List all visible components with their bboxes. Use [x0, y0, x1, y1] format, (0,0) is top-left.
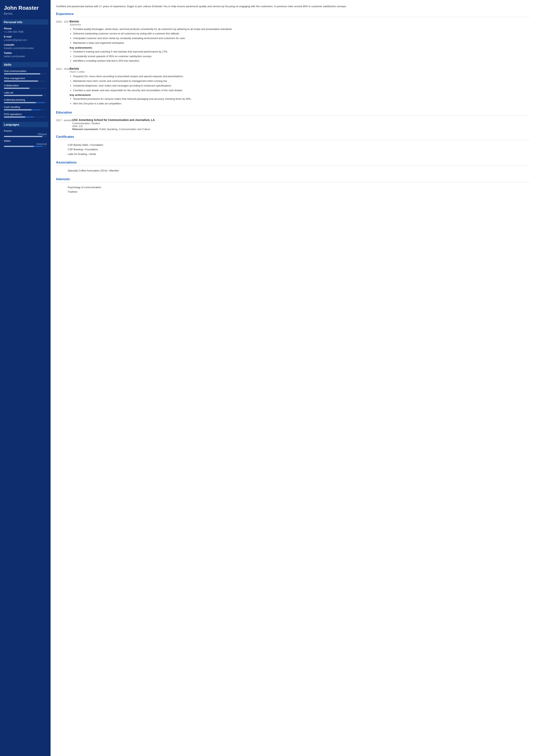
info-label: E-mail: [4, 35, 47, 38]
language-bar-bg: [4, 136, 47, 137]
skill-bar-fill: [4, 73, 40, 74]
skill-bar-fill: [4, 80, 38, 82]
sidebar: John Roaster Barista Personal Info Phone…: [0, 0, 51, 756]
language-bar-fill: [4, 146, 34, 147]
list-item: Prepared 20+ menu items according to pre…: [73, 74, 529, 79]
experience-bullets: Prepared 20+ menu items according to pre…: [70, 74, 529, 92]
skill-bar-bg: [4, 109, 47, 110]
experience-company: Peet's Coffee: [70, 70, 529, 73]
skill-name: Oral communication: [4, 69, 47, 72]
language-level: Bilingual: [4, 133, 47, 135]
certificates-section: Certificates CSP Barista Skills—Foundati…: [56, 135, 529, 156]
personal-info-section: Personal Info Phone+1-299-456-7888E-mail…: [4, 19, 47, 58]
sidebar-job-title: Barista: [4, 12, 47, 15]
skills-heading: Skills: [2, 62, 48, 67]
experience-content: BaristaStarbucksProvided quality beverag…: [70, 20, 529, 64]
skill-bar-bg: [4, 88, 47, 89]
education-dates: 2017 - present: [56, 119, 72, 131]
skill-bar-fill: [4, 88, 30, 89]
language-bar-bg: [4, 146, 47, 147]
personal-info-item: LinkedInlinkedin.com/in/johnroaster: [4, 43, 47, 50]
skill-name: Time management: [4, 77, 47, 80]
list-item: Maintained a clean and organized workspa…: [73, 41, 529, 45]
language-name: Italian: [4, 139, 47, 142]
info-label: Twitter: [4, 51, 47, 54]
info-value: linkedin.com/in/johnroaster: [4, 47, 47, 50]
skill-name: Collaboration: [4, 84, 47, 87]
education-gpa: GPA: 3.8: [72, 125, 529, 128]
list-item: Answered telephones, took orders and mes…: [73, 84, 529, 88]
languages-section: Languages FrenchBilingualItalianAdvanced: [4, 122, 47, 147]
skill-item: Collaboration: [4, 84, 47, 89]
associations-heading: Associations: [56, 161, 529, 166]
summary-text: Certified and passionate barista with 2+…: [56, 4, 529, 9]
language-bar-accent: [34, 146, 42, 147]
personal-info-item: Twittertwitter.com/jroaster: [4, 51, 47, 58]
language-name: French: [4, 129, 47, 132]
info-value: +1-299-456-7888: [4, 30, 47, 33]
language-bar-fill: [4, 136, 42, 137]
info-value: twitter.com/jroaster: [4, 55, 47, 58]
skill-bar-accent: [25, 117, 34, 118]
language-level: Advanced: [4, 143, 47, 146]
personal-info-fields: Phone+1-299-456-7888E-mailj.roaster@gmai…: [4, 27, 47, 58]
skill-bar-bg: [4, 95, 47, 96]
skills-section: Skills Oral communicationTime management…: [4, 62, 47, 118]
skill-bar-fill: [4, 102, 36, 103]
experience-heading: Experience: [56, 12, 529, 17]
languages-list: FrenchBilingualItalianAdvanced: [4, 129, 47, 147]
list-item: Won the 2nd prize in a latte art competi…: [73, 102, 529, 106]
list-item: Delivered outstanding customer service t…: [73, 32, 529, 36]
associations-list: Specialty Coffee Association (SCA)—Membe…: [56, 168, 529, 173]
experience-content: BaristaPeet's CoffeePrepared 20+ menu it…: [70, 67, 529, 106]
list-item: CSP Brewing—Foundation: [68, 147, 529, 151]
info-value: j.roaster@gmail.com: [4, 39, 47, 41]
list-item: Triathlon: [68, 190, 529, 194]
experience-dates: 2015 - 2016: [56, 67, 70, 106]
skill-name: Coffee/tea brewing: [4, 98, 47, 101]
list-item: Counted a cash drawer and was responsibl…: [73, 89, 529, 93]
language-item: FrenchBilingual: [4, 129, 47, 137]
education-coursework: Relevant coursework: Public Speaking, Co…: [72, 128, 529, 131]
skill-bar-accent: [32, 109, 40, 110]
list-item: Specialty Coffee Association (SCA)—Membe…: [68, 168, 529, 173]
certificates-list: CSP Barista Skills—FoundationCSP Brewing…: [56, 143, 529, 156]
education-list: 2017 - presentUSC Annenberg School for C…: [56, 119, 529, 131]
languages-heading: Languages: [2, 122, 48, 127]
list-item: Streamlined procedures for carryout orde…: [73, 97, 529, 101]
skill-item: Cash handling: [4, 106, 47, 110]
experience-dates: 2016 - 2017: [56, 20, 70, 64]
personal-info-item: Phone+1-299-456-7888: [4, 27, 47, 33]
skill-name: POS operations: [4, 113, 47, 116]
sidebar-name: John Roaster: [4, 5, 47, 11]
education-field: Communication, Student: [72, 122, 529, 125]
experience-title: Barista: [70, 67, 529, 70]
skill-item: Latte art: [4, 91, 47, 96]
education-item: 2017 - presentUSC Annenberg School for C…: [56, 119, 529, 131]
list-item: Psychology of communication: [68, 185, 529, 190]
skill-bar-fill: [4, 109, 32, 110]
interests-heading: Interests: [56, 177, 529, 182]
list-item: Identified a crowding solution that led …: [73, 59, 529, 63]
skill-bar-bg: [4, 73, 47, 74]
experience-section: Experience 2016 - 2017BaristaStarbucksPr…: [56, 12, 529, 106]
experience-company: Starbucks: [70, 23, 529, 26]
skill-name: Latte art: [4, 91, 47, 94]
skills-list: Oral communicationTime managementCollabo…: [4, 69, 47, 118]
skill-item: Oral communication: [4, 69, 47, 74]
main-content: Certified and passionate barista with 2+…: [51, 0, 535, 756]
list-item: Provided quality beverages, whole bean, …: [73, 27, 529, 31]
skill-bar-fill: [4, 95, 42, 96]
info-label: LinkedIn: [4, 43, 47, 46]
list-item: CSP Barista Skills—Foundation: [68, 143, 529, 147]
personal-info-heading: Personal Info: [2, 19, 48, 25]
key-achievement-label: Key achievement:: [70, 94, 529, 96]
info-label: Phone: [4, 27, 47, 30]
skill-item: POS operations: [4, 113, 47, 118]
skill-bar-fill: [4, 117, 25, 118]
key-achievement-label: Key achievements:: [70, 46, 529, 49]
experience-list: 2016 - 2017BaristaStarbucksProvided qual…: [56, 20, 529, 106]
interests-list: Psychology of communicationTriathlon: [56, 185, 529, 194]
list-item: Maintained menu item counts and communic…: [73, 79, 529, 83]
experience-item: 2016 - 2017BaristaStarbucksProvided qual…: [56, 20, 529, 64]
